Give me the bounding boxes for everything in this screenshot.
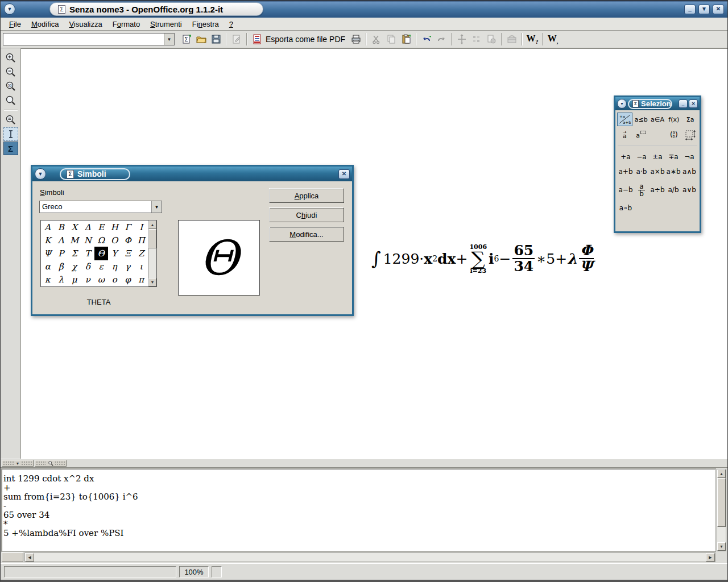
- chevron-down-icon[interactable]: ▼: [151, 201, 162, 213]
- palette-menu-button[interactable]: ▼: [617, 99, 627, 109]
- symbol-cell[interactable]: T: [81, 247, 95, 260]
- dialog-menu-button[interactable]: ▼: [35, 168, 46, 180]
- combo-dropdown-button[interactable]: ▼: [164, 34, 174, 45]
- formula-cursor-button[interactable]: [454, 32, 469, 47]
- applica-button[interactable]: Applica: [269, 188, 344, 203]
- scroll-up-icon[interactable]: ▲: [717, 469, 726, 478]
- selezione-titlebar[interactable]: ▼ Σ Selezione _ ✕: [615, 97, 700, 110]
- save-button[interactable]: [209, 32, 224, 47]
- symbol-item-fraction[interactable]: ab: [634, 179, 650, 201]
- url-input[interactable]: [3, 34, 164, 45]
- new-formula-button[interactable]: Σ: [179, 32, 194, 47]
- category-operators[interactable]: Σa: [682, 113, 698, 126]
- menu-visualizza[interactable]: Visualizza: [64, 19, 107, 30]
- symbol-cell[interactable]: χ: [68, 260, 81, 273]
- zoom-100-button[interactable]: 00: [3, 80, 18, 93]
- symbol-cell[interactable]: μ: [68, 273, 81, 286]
- document-canvas[interactable]: ∫ 1299·x2dx + 1006 ∑ i=23 i6 − 6534 ∗5+λ…: [21, 48, 727, 459]
- symbol-cell[interactable]: E: [94, 221, 108, 234]
- dialog-close-button[interactable]: ✕: [338, 169, 350, 179]
- symbol-cell[interactable]: ι: [135, 260, 148, 273]
- w-comma-button[interactable]: W,: [545, 32, 560, 47]
- symbol-cell[interactable]: X: [68, 221, 81, 234]
- category-relations[interactable]: a≤b: [634, 113, 649, 126]
- palette-close-button[interactable]: ✕: [689, 99, 698, 108]
- symbol-cell[interactable]: Ψ: [41, 247, 55, 260]
- category-functions[interactable]: f(x): [666, 113, 681, 126]
- symbol-cell[interactable]: Υ: [108, 247, 122, 260]
- w-question-button[interactable]: W?: [525, 32, 540, 47]
- scroll-down-icon[interactable]: ▼: [148, 278, 156, 286]
- symbol-cell[interactable]: Ξ: [121, 247, 135, 260]
- symbol-cell[interactable]: Π: [135, 234, 148, 247]
- formula-cursor-toggle[interactable]: [3, 127, 18, 141]
- symbol-item[interactable]: a−b: [618, 182, 634, 197]
- splitter-bar[interactable]: ▼: [1, 459, 727, 468]
- menu-formato[interactable]: Formato: [107, 19, 145, 30]
- shade-button[interactable]: ▼: [698, 5, 710, 14]
- symbol-cell[interactable]: A: [41, 221, 55, 234]
- symbol-cell[interactable]: N: [81, 234, 95, 247]
- symbol-cell[interactable]: B: [55, 221, 68, 234]
- symbol-cell[interactable]: Δ: [81, 221, 95, 234]
- modifica-button[interactable]: Modifica...: [269, 227, 344, 242]
- symbol-cell[interactable]: λ: [55, 273, 68, 286]
- symbol-cell[interactable]: φ: [121, 273, 135, 286]
- symbol-item[interactable]: ±a: [650, 149, 665, 164]
- symbols-toggle[interactable]: Σ: [3, 142, 18, 155]
- window-menu-button[interactable]: ▼: [4, 3, 15, 15]
- minimize-button[interactable]: _: [684, 5, 696, 14]
- symbol-item[interactable]: a·b: [634, 164, 650, 179]
- category-others[interactable]: a: [634, 128, 649, 142]
- symbol-item[interactable]: ∓a: [665, 149, 681, 164]
- url-combobox[interactable]: ▼: [3, 33, 175, 45]
- simboli-titlebar[interactable]: ▼ Σ Simboli ✕: [32, 167, 352, 181]
- symbol-cell[interactable]: π: [135, 273, 148, 286]
- symbol-cell[interactable]: η: [108, 260, 122, 273]
- grid-scrollbar[interactable]: ▲ ▼: [148, 221, 156, 286]
- menu-file[interactable]: File: [4, 19, 26, 30]
- category-formats[interactable]: [682, 128, 698, 142]
- symbol-cell[interactable]: α: [41, 260, 55, 273]
- pdf-export-button[interactable]: [250, 32, 264, 47]
- palette-minimize-button[interactable]: _: [679, 99, 688, 108]
- symbols-catalog-button[interactable]: [469, 32, 484, 47]
- category-set-operations[interactable]: a∈A: [650, 113, 665, 126]
- symbol-cell-selected[interactable]: Θ: [94, 247, 108, 260]
- undo-button[interactable]: [419, 32, 434, 47]
- scroll-up-icon[interactable]: ▲: [148, 221, 156, 229]
- symbol-cell[interactable]: I: [135, 221, 148, 234]
- symbol-cell[interactable]: δ: [81, 260, 95, 273]
- chiudi-button[interactable]: Chiudi: [269, 207, 344, 222]
- cut-button[interactable]: [369, 32, 384, 47]
- scroll-left-icon[interactable]: ◀: [25, 553, 34, 562]
- symbol-cell[interactable]: M: [68, 234, 81, 247]
- symbol-cell[interactable]: Ω: [94, 234, 108, 247]
- scrollbar-thumb[interactable]: [717, 478, 726, 527]
- pdf-export-label[interactable]: Esporta come file PDF: [264, 35, 349, 44]
- zoom-out-button[interactable]: [3, 65, 18, 79]
- menu-help[interactable]: ?: [224, 19, 238, 30]
- symbol-item[interactable]: +a: [618, 149, 634, 164]
- symbol-item[interactable]: −a: [634, 149, 650, 164]
- category-unary-binary-operators[interactable]: +aa+b: [617, 113, 632, 126]
- symbol-item[interactable]: a∘b: [618, 201, 634, 215]
- symbol-cell[interactable]: K: [41, 234, 55, 247]
- symbol-item[interactable]: ¬a: [681, 149, 697, 164]
- menu-modifica[interactable]: Modifica: [26, 19, 64, 30]
- symbol-cell[interactable]: H: [108, 221, 122, 234]
- gallery-button[interactable]: [504, 32, 519, 47]
- symbol-cell[interactable]: γ: [121, 260, 135, 273]
- edit-file-button[interactable]: [229, 32, 244, 47]
- command-hscrollbar[interactable]: ◀ ▶: [24, 552, 715, 562]
- command-vscrollbar[interactable]: ▲ ▼: [717, 469, 726, 551]
- open-button[interactable]: [194, 32, 209, 47]
- symbol-cell[interactable]: O: [108, 234, 122, 247]
- symbol-item[interactable]: a+b: [618, 164, 634, 179]
- paste-button[interactable]: [399, 32, 413, 47]
- splitter-handle-tool[interactable]: [35, 460, 67, 467]
- symbol-cell[interactable]: ν: [81, 273, 95, 286]
- symbol-set-combobox[interactable]: Greco ▼: [39, 201, 162, 213]
- symbol-cell[interactable]: P: [55, 247, 68, 260]
- symbol-item[interactable]: a/b: [665, 182, 681, 197]
